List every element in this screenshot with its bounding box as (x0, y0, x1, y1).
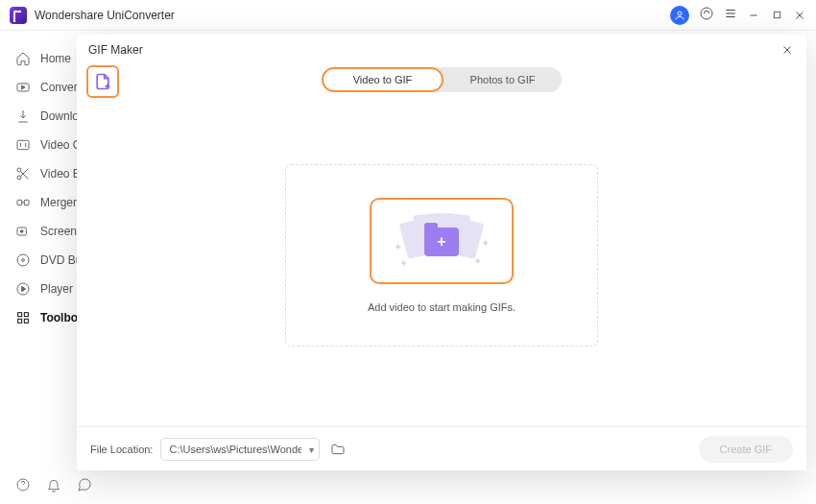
tab-photos-to-gif[interactable]: Photos to GIF (444, 67, 562, 92)
svg-rect-16 (17, 200, 22, 204)
sidebar-item-label: Merger (40, 196, 77, 209)
svg-rect-6 (774, 12, 780, 17)
maximize-button[interactable] (770, 9, 783, 22)
bell-icon[interactable] (46, 477, 61, 492)
app-logo (10, 7, 27, 24)
feedback-icon[interactable] (77, 477, 92, 492)
plus-icon: + (437, 233, 445, 251)
svg-rect-27 (18, 319, 22, 323)
close-icon[interactable] (780, 42, 795, 58)
sidebar-item-label: Home (40, 52, 71, 65)
svg-point-21 (17, 254, 29, 266)
merge-icon (15, 195, 31, 210)
title-bar: Wondershare UniConverter (0, 0, 816, 31)
record-icon (15, 224, 31, 239)
tab-label: Photos to GIF (470, 74, 536, 85)
modal-footer: File Location: Create GIF (77, 426, 806, 470)
svg-point-20 (20, 230, 23, 233)
modal-title: GIF Maker (88, 43, 143, 57)
svg-rect-25 (18, 313, 22, 317)
minimize-button[interactable] (747, 9, 760, 22)
svg-point-13 (17, 176, 21, 180)
bottom-icons (15, 477, 92, 492)
drop-text: Add video to start making GIFs. (368, 301, 516, 313)
svg-marker-24 (22, 286, 26, 291)
gif-maker-modal: GIF Maker Video to GIF Photos to GIF + ✦… (77, 35, 806, 470)
modal-header: GIF Maker (77, 35, 806, 65)
svg-point-12 (17, 168, 21, 172)
tab-label: Video to GIF (353, 74, 413, 85)
disc-icon (15, 252, 31, 268)
svg-point-1 (701, 8, 712, 19)
svg-rect-17 (24, 200, 29, 204)
close-button[interactable] (793, 9, 806, 22)
home-icon (15, 51, 31, 66)
sidebar-item-label: Player (40, 282, 73, 296)
svg-rect-11 (17, 140, 29, 149)
add-file-button[interactable] (86, 65, 119, 98)
app-title: Wondershare UniConverter (35, 9, 175, 22)
scissors-icon (15, 166, 31, 181)
browse-folder-button[interactable] (327, 439, 348, 460)
help-icon[interactable] (15, 477, 31, 492)
svg-rect-26 (24, 313, 28, 317)
file-location-input[interactable] (160, 438, 320, 461)
folder-illustration: + ✦✦✦✦ (403, 212, 480, 270)
grid-icon (15, 310, 31, 325)
file-location-label: File Location: (90, 444, 153, 455)
add-video-box[interactable]: + ✦✦✦✦ (370, 198, 514, 284)
tab-video-to-gif[interactable]: Video to GIF (322, 67, 444, 92)
download-icon (15, 108, 31, 124)
svg-rect-28 (24, 319, 28, 323)
converter-icon (15, 80, 31, 95)
play-icon (15, 281, 31, 297)
drop-zone[interactable]: + ✦✦✦✦ Add video to start making GIFs. (285, 164, 598, 347)
tab-group: Video to GIF Photos to GIF (322, 67, 562, 92)
svg-point-0 (678, 12, 682, 15)
compress-icon (15, 137, 31, 153)
svg-marker-10 (22, 85, 25, 89)
account-icon[interactable] (670, 6, 689, 25)
menu-icon[interactable] (724, 7, 737, 24)
support-icon[interactable] (699, 6, 714, 25)
svg-point-22 (22, 259, 25, 262)
button-label: Create GIF (720, 444, 772, 455)
create-gif-button[interactable]: Create GIF (699, 436, 793, 463)
